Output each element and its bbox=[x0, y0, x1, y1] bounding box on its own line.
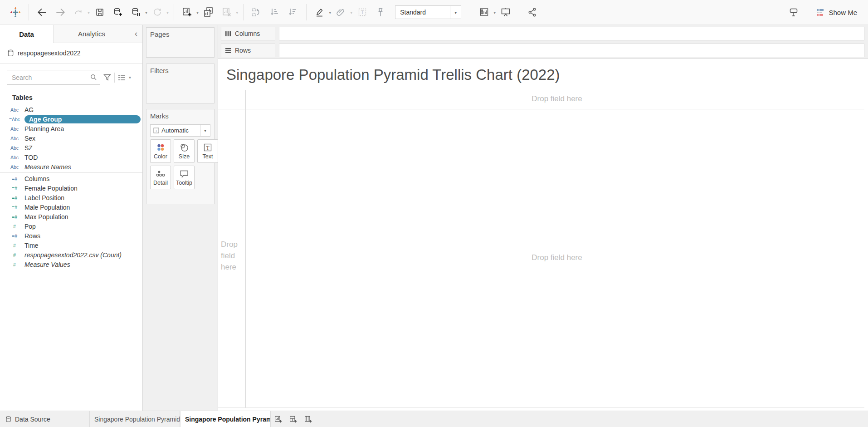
field-label: Columns bbox=[24, 175, 49, 182]
toolbar-right-group: Show Me bbox=[785, 4, 868, 20]
text-button[interactable]: T Text bbox=[197, 139, 218, 163]
pages-shelf[interactable]: Pages bbox=[146, 27, 215, 58]
sort-descending-icon[interactable] bbox=[285, 4, 301, 20]
redo-button[interactable] bbox=[53, 4, 68, 20]
new-story-tab-icon[interactable] bbox=[301, 411, 316, 427]
collapse-pane-icon[interactable]: ‹ bbox=[130, 25, 142, 43]
replay-caret-icon[interactable]: ▾ bbox=[88, 10, 90, 15]
run-update-caret-icon[interactable]: ▾ bbox=[166, 10, 169, 15]
dimension-icon: Abc bbox=[7, 164, 22, 170]
field-rows[interactable]: =# Rows bbox=[0, 231, 142, 240]
undo-button[interactable] bbox=[34, 4, 50, 20]
presentation-mode-icon[interactable] bbox=[498, 4, 513, 20]
field-measure-names[interactable]: Abc Measure Names bbox=[0, 162, 142, 172]
calculated-measure-icon: =# bbox=[7, 214, 22, 220]
field-sex[interactable]: Abc Sex bbox=[0, 133, 142, 143]
field-label: Sex bbox=[24, 135, 35, 142]
worksheet-title[interactable]: Singapore Population Pyramid Trellis Cha… bbox=[226, 66, 560, 83]
data-source-tab-label: Data Source bbox=[15, 416, 50, 423]
run-update-icon[interactable] bbox=[150, 4, 165, 20]
data-source-tab[interactable]: Data Source bbox=[0, 411, 89, 427]
detail-button[interactable]: Detail bbox=[150, 166, 171, 189]
fit-selector-caret-icon[interactable]: ▾ bbox=[450, 6, 461, 19]
field-label-position[interactable]: =# Label Position bbox=[0, 193, 142, 202]
columns-shelf: Columns bbox=[218, 25, 868, 42]
duplicate-sheet-icon[interactable] bbox=[201, 4, 216, 20]
field-sz[interactable]: Abc SZ bbox=[0, 143, 142, 152]
show-me-button[interactable]: Show Me bbox=[816, 8, 857, 17]
new-dashboard-tab-icon[interactable] bbox=[286, 411, 301, 427]
view-options-caret-icon[interactable]: ▾ bbox=[129, 75, 131, 80]
search-input[interactable] bbox=[7, 70, 100, 85]
field-male-population[interactable]: =# Male Population bbox=[0, 202, 142, 212]
tooltip-label: Tooltip bbox=[176, 180, 192, 186]
field-time[interactable]: # Time bbox=[0, 240, 142, 250]
size-button[interactable]: Size bbox=[174, 139, 195, 163]
sheet-tab-inactive[interactable]: Singapore Population Pyramid b... bbox=[89, 411, 180, 427]
tableau-logo-icon[interactable] bbox=[8, 4, 23, 20]
color-icon bbox=[156, 143, 165, 152]
status-flag-icon[interactable] bbox=[786, 4, 801, 20]
field-max-population[interactable]: =# Max Population bbox=[0, 212, 142, 221]
save-button[interactable] bbox=[92, 4, 107, 20]
swap-rows-columns-icon[interactable] bbox=[249, 4, 264, 20]
mark-type-caret-icon[interactable]: ▾ bbox=[200, 125, 210, 136]
new-worksheet-icon[interactable] bbox=[180, 4, 195, 20]
sheet-tab-active[interactable]: Singapore Population Pyramid ... bbox=[180, 411, 271, 427]
show-hide-cards-icon[interactable] bbox=[477, 4, 492, 20]
fit-selector-value: Standard bbox=[395, 9, 450, 16]
field-columns[interactable]: =# Columns bbox=[0, 174, 142, 183]
cards-column: Pages Filters Marks T Automatic ▾ Co bbox=[143, 25, 218, 411]
sort-ascending-icon[interactable] bbox=[267, 4, 283, 20]
highlight-caret-icon[interactable]: ▾ bbox=[329, 10, 331, 15]
sheet-tab-bar: Data Source Singapore Population Pyramid… bbox=[0, 411, 868, 427]
divider bbox=[0, 63, 142, 64]
group-members-icon[interactable] bbox=[333, 4, 349, 20]
field-measure-values[interactable]: # Measure Values bbox=[0, 260, 142, 269]
columns-drop-area[interactable] bbox=[279, 27, 864, 40]
dimension-icon: Abc bbox=[7, 126, 22, 132]
show-hide-cards-caret-icon[interactable]: ▾ bbox=[493, 10, 496, 15]
tab-analytics[interactable]: Analytics bbox=[54, 25, 130, 43]
database-icon bbox=[7, 49, 14, 57]
mark-type-dropdown[interactable]: T Automatic ▾ bbox=[150, 124, 210, 137]
new-sheet-caret-icon[interactable]: ▾ bbox=[196, 10, 199, 15]
show-mark-labels-icon[interactable]: T bbox=[355, 4, 370, 20]
data-source-item[interactable]: respopagesextod2022 bbox=[0, 46, 142, 60]
color-button[interactable]: Color bbox=[150, 139, 171, 163]
field-age-group[interactable]: =Abc Age Group bbox=[0, 114, 142, 124]
marks-buttons: Color Size T Text bbox=[150, 139, 210, 189]
marks-card: Marks T Automatic ▾ Color bbox=[146, 109, 215, 204]
fit-selector[interactable]: Standard ▾ bbox=[395, 5, 461, 19]
text-icon: T bbox=[203, 143, 212, 152]
drop-zone-center[interactable]: Drop field here bbox=[246, 253, 868, 262]
rows-shelf: Rows bbox=[218, 42, 868, 59]
clear-sheet-caret-icon[interactable]: ▾ bbox=[236, 10, 238, 15]
rows-drop-area[interactable] bbox=[279, 44, 864, 57]
calculated-measure-icon: =# bbox=[7, 205, 22, 210]
filters-shelf[interactable]: Filters bbox=[146, 64, 215, 103]
new-worksheet-tab-icon[interactable] bbox=[271, 411, 286, 427]
field-female-population[interactable]: =# Female Population bbox=[0, 183, 142, 193]
new-data-source-icon[interactable] bbox=[110, 4, 126, 20]
pause-auto-updates-icon[interactable] bbox=[128, 4, 144, 20]
filter-fields-icon[interactable] bbox=[103, 73, 112, 82]
clear-sheet-icon[interactable] bbox=[219, 4, 234, 20]
pause-updates-caret-icon[interactable]: ▾ bbox=[145, 10, 147, 15]
group-caret-icon[interactable]: ▾ bbox=[350, 10, 352, 15]
field-planning-area[interactable]: Abc Planning Area bbox=[0, 124, 142, 133]
field-csv-count[interactable]: # respopagesextod2022.csv (Count) bbox=[0, 250, 142, 260]
highlight-icon[interactable] bbox=[312, 4, 327, 20]
field-tod[interactable]: Abc TOD bbox=[0, 152, 142, 162]
drop-zone-rows[interactable]: Drop field here bbox=[221, 239, 244, 273]
search-icon[interactable] bbox=[90, 74, 97, 81]
replay-animation-icon[interactable] bbox=[71, 4, 86, 20]
tab-data[interactable]: Data bbox=[0, 25, 54, 43]
share-icon[interactable] bbox=[525, 4, 540, 20]
fix-axes-pin-icon[interactable] bbox=[373, 4, 388, 20]
view-options-icon[interactable] bbox=[117, 74, 126, 81]
field-pop[interactable]: # Pop bbox=[0, 221, 142, 231]
field-ag[interactable]: Abc AG bbox=[0, 105, 142, 114]
drop-zone-columns[interactable]: Drop field here bbox=[246, 94, 868, 103]
tooltip-button[interactable]: Tooltip bbox=[174, 166, 195, 189]
